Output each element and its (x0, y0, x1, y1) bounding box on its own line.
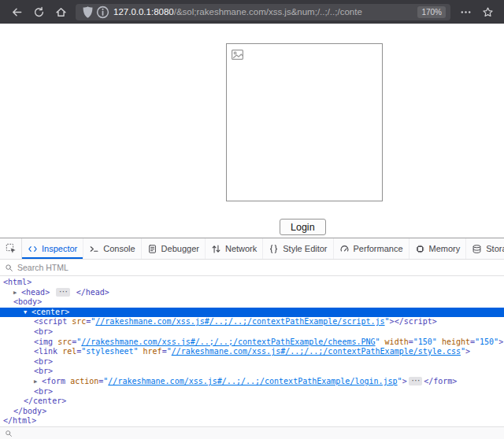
devtools-footer (0, 426, 504, 439)
tab-console[interactable]: Console (83, 238, 141, 259)
markup-node[interactable]: <br> (0, 327, 504, 338)
markup-tree: <html>▶<head> ··· </head><body>▼<center>… (0, 276, 504, 426)
page-viewport: Login (0, 24, 504, 238)
star-icon (482, 6, 494, 18)
tag-name: center (33, 397, 61, 405)
markup-node[interactable]: </html> (0, 416, 504, 426)
punctuation: > (48, 327, 53, 336)
tab-inspector[interactable]: Inspector (22, 238, 83, 259)
attribute-link[interactable]: //rakeshmane.com/xss.js#/..;/..;/context… (108, 377, 397, 386)
punctuation: > (432, 317, 437, 326)
tag-name: br (39, 327, 48, 336)
element-picker-button[interactable] (0, 238, 22, 259)
tag-name: script (404, 317, 432, 326)
tag-name: body (18, 297, 37, 306)
tag-name: form (46, 377, 65, 386)
markup-node[interactable]: <br> (0, 367, 504, 377)
attribute-name: width (385, 338, 409, 346)
performance-icon (339, 244, 350, 254)
tag-name: script (39, 317, 67, 326)
url-bar[interactable]: 127.0.0.1:8080/&sol;rakeshmane.com/xss.j… (76, 4, 450, 20)
tab-memory[interactable]: Memory (410, 238, 467, 259)
punctuation: > (65, 308, 69, 316)
attribute-name: action (70, 377, 98, 386)
markup-node[interactable]: <br> (0, 387, 504, 397)
collapse-arrow-icon[interactable]: ▼ (24, 308, 32, 318)
login-button[interactable]: Login (280, 219, 326, 235)
attribute-link[interactable]: //rakeshmane.com/xss.js#/..;/..;/context… (95, 317, 384, 326)
expand-arrow-icon[interactable]: ▶ (34, 377, 42, 387)
collapsed-content-badge[interactable]: ··· (56, 288, 69, 297)
tag-name: center (36, 308, 65, 316)
home-icon (55, 6, 67, 18)
back-icon (11, 6, 23, 18)
punctuation: ></ (390, 317, 404, 326)
broken-image-placeholder (226, 43, 383, 201)
back-button[interactable] (6, 2, 27, 21)
memory-icon (415, 244, 425, 254)
devtools-panel: Inspector Console Debugger Network Style… (0, 238, 504, 439)
tab-label: Console (103, 244, 135, 253)
network-icon (211, 244, 221, 254)
tab-performance[interactable]: Performance (334, 238, 410, 259)
attribute-value: "150" (475, 338, 498, 346)
markup-node[interactable]: <br> (0, 357, 504, 367)
search-input[interactable] (17, 263, 499, 272)
url-path: /&sol;rakeshmane.com/xss.js&num;/..;/..;… (174, 7, 362, 17)
markup-node[interactable]: <img src="//rakeshmane.com/xss.js#/..;/.… (0, 338, 504, 348)
punctuation: </ (13, 407, 23, 415)
page-actions-button[interactable] (455, 2, 476, 21)
punctuation: </ (424, 377, 433, 386)
punctuation: > (42, 407, 46, 415)
home-button[interactable] (50, 2, 71, 21)
tab-label: Storage (486, 244, 504, 253)
style-editor-icon (269, 244, 279, 254)
tab-storage[interactable]: Storage (466, 238, 504, 259)
punctuation: > (402, 377, 407, 386)
punctuation: > (37, 297, 42, 306)
tab-style-editor[interactable]: Style Editor (263, 238, 333, 259)
site-info-icon[interactable] (95, 6, 110, 18)
markup-node[interactable]: <link rel="stylesheet" href="//rakeshman… (0, 347, 504, 357)
space (50, 288, 54, 297)
attribute-name: src (72, 317, 86, 326)
attribute-value: " (376, 338, 380, 346)
url-text: 127.0.0.1:8080/&sol;rakeshmane.com/xss.j… (113, 7, 413, 17)
markup-node[interactable]: <script src="//rakeshmane.com/xss.js#/..… (0, 317, 504, 327)
markup-node[interactable]: </body> (0, 407, 504, 417)
punctuation: > (498, 338, 503, 346)
zoom-indicator[interactable]: 170% (417, 6, 446, 18)
attribute-name: rel (62, 347, 76, 356)
punctuation: > (48, 357, 53, 366)
tracking-shield-icon[interactable] (80, 6, 95, 18)
attribute-link[interactable]: //rakeshmane.com/xss.js#/..;/..;/context… (81, 338, 375, 346)
markup-node[interactable]: </center> (0, 397, 504, 407)
reload-button[interactable] (28, 2, 49, 21)
browser-toolbar: 127.0.0.1:8080/&sol;rakeshmane.com/xss.j… (0, 0, 504, 24)
punctuation: </ (76, 288, 86, 297)
tag-name: br (39, 357, 48, 366)
search-icon (5, 264, 13, 272)
collapsed-content-badge[interactable]: ··· (409, 377, 422, 386)
inspector-icon (28, 244, 38, 254)
bookmark-button[interactable] (477, 2, 498, 21)
punctuation: > (105, 288, 109, 297)
tag-name: html (13, 416, 32, 425)
tag-name: body (23, 407, 42, 415)
markup-node[interactable]: <html> (0, 278, 504, 288)
expand-arrow-icon[interactable]: ▶ (13, 288, 21, 298)
markup-node[interactable]: ▶<form action="//rakeshmane.com/xss.js#/… (0, 377, 504, 387)
markup-node[interactable]: <body> (0, 297, 504, 308)
attribute-link[interactable]: //rakeshmane.com/xss.js#/..;/..;/context… (172, 347, 461, 356)
markup-node[interactable]: ▶<head> ··· </head> (0, 288, 504, 298)
punctuation: </ (3, 416, 13, 425)
tab-label: Style Editor (283, 244, 327, 253)
reload-icon (33, 6, 45, 18)
markup-node[interactable]: ▼<center> (0, 308, 504, 318)
tab-network[interactable]: Network (206, 238, 263, 259)
punctuation: > (32, 416, 36, 425)
console-icon (89, 244, 99, 254)
punctuation: > (48, 387, 53, 396)
attribute-name: href (143, 347, 162, 356)
tab-debugger[interactable]: Debugger (142, 238, 206, 259)
